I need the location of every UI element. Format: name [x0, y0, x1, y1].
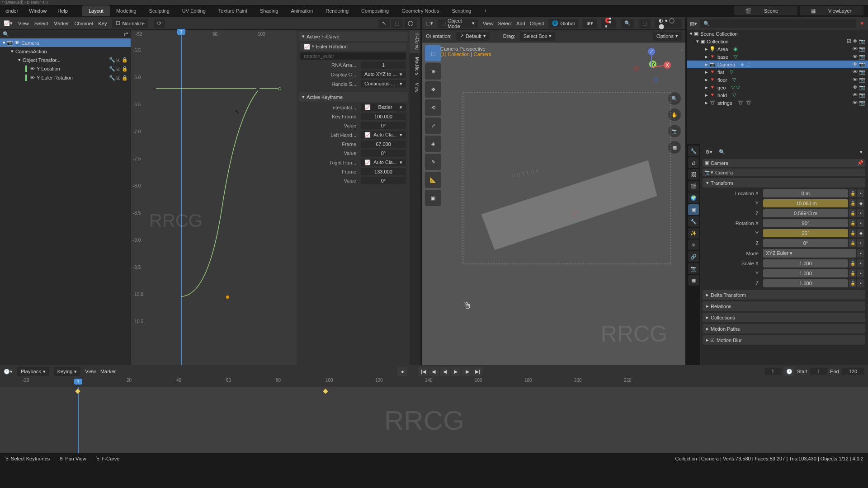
section-relations[interactable]: ▸ Relations — [703, 301, 865, 311]
ptab-object-icon[interactable]: ▣ — [688, 204, 699, 215]
playback-dropdown[interactable]: Playback ▾ — [17, 367, 49, 376]
lock-icon[interactable]: 🔓 — [849, 239, 856, 247]
pin-icon[interactable]: 📌 — [857, 160, 863, 166]
channel-camera[interactable]: ▾ 📷 👁 Camera — [0, 38, 131, 47]
outliner-item[interactable]: ▸ 🔻 flat▽👁 📷 — [687, 68, 868, 76]
vtab-view[interactable]: View — [410, 79, 420, 96]
tab-uv[interactable]: UV Editing — [176, 5, 212, 16]
keyframe-handle[interactable] — [153, 87, 156, 90]
rotx-value[interactable]: 90° — [763, 219, 848, 227]
anim-icon[interactable]: ◆ — [857, 229, 864, 237]
data-name[interactable]: Camera — [715, 170, 863, 175]
lock-icon[interactable]: 🔒 — [122, 75, 128, 81]
tab-compositing[interactable]: Compositing — [355, 5, 395, 16]
anim-icon[interactable]: • — [857, 239, 864, 247]
ptab-render-icon[interactable]: 🔧 — [688, 145, 699, 156]
annotate-tool-icon[interactable]: ✎ — [425, 154, 441, 170]
rna-value[interactable]: 1 — [361, 61, 406, 69]
nav-gizmo[interactable]: Z X -Y — [631, 47, 672, 88]
anim-icon[interactable]: • — [857, 269, 864, 277]
drag-dropdown[interactable]: Select Box ▾ — [520, 32, 556, 41]
search-input[interactable]: 🔍 — [621, 19, 634, 28]
interp-dropdown[interactable]: 📈 Bezier▾ — [361, 103, 406, 111]
editor-type-icon[interactable]: ▤▾ — [690, 21, 697, 27]
global-orient[interactable]: 🌐 Global — [548, 19, 578, 28]
channel-yloc[interactable]: 👁 Y Location🔧☑🔒 — [0, 64, 131, 73]
mode-dropdown[interactable]: XYZ Euler ▾ — [763, 249, 856, 258]
anim-icon[interactable]: • — [857, 209, 864, 217]
lock-icon[interactable]: 🔓 — [849, 219, 856, 227]
graph-key[interactable]: Key — [98, 21, 107, 26]
select-tool-icon[interactable]: ⬚ — [425, 45, 441, 61]
outliner-collection[interactable]: ▾ ▣ Collection☑ 👁 📷 — [687, 38, 868, 45]
anim-icon[interactable]: ◆ — [857, 199, 864, 207]
anim-icon[interactable]: • — [857, 259, 864, 267]
keying-dropdown[interactable]: Keying ▾ — [54, 367, 81, 376]
panel-active-keyframe[interactable]: ▾ Active Keyframe — [298, 92, 408, 102]
checkbox-icon[interactable]: ☑ — [116, 57, 121, 63]
shading-icons[interactable]: ◐ ● ◯ ⬤ — [655, 19, 682, 28]
anim-icon[interactable]: • — [857, 219, 864, 227]
options-dropdown[interactable]: Options ▾ — [653, 32, 682, 41]
cursor-tool-icon[interactable]: ↖ — [378, 19, 390, 28]
locx-value[interactable]: 0 m — [763, 189, 848, 197]
lock-icon[interactable]: 🔒 — [122, 57, 128, 63]
ptab-view-icon[interactable]: 🖼 — [688, 169, 699, 180]
graph-view[interactable]: View — [18, 21, 29, 26]
editor-type-icon[interactable]: ⬚▾ — [426, 20, 433, 26]
rotate-tool-icon[interactable]: ⟲ — [425, 99, 441, 116]
props-search[interactable]: 🔍 — [715, 147, 857, 156]
rh-dropdown[interactable]: 📈 Auto Cla...▾ — [361, 159, 406, 166]
filter-icon[interactable]: 🔻 — [859, 21, 865, 27]
timeline-playhead[interactable]: 1 — [78, 387, 79, 453]
menu-window[interactable]: Window — [24, 8, 52, 14]
lock-icon[interactable]: 🔓 — [849, 259, 856, 267]
ptab-physics-icon[interactable]: ⚛ — [688, 239, 699, 250]
outliner-item[interactable]: ▸ ➰ strings➰ ➰👁 📷 — [687, 99, 868, 107]
lock-icon[interactable]: 🔓 — [849, 279, 856, 287]
value-value[interactable]: 0° — [361, 122, 406, 129]
outliner-scene[interactable]: ▾ ▣ Scene Collection — [687, 30, 868, 38]
locz-value[interactable]: 0.59943 m — [763, 209, 848, 217]
scale-tool-icon[interactable]: ⤢ — [425, 117, 441, 134]
ptab-world-icon[interactable]: 🌍 — [688, 192, 699, 203]
editor-type-icon[interactable]: 📈▾ — [4, 20, 13, 26]
lock-icon[interactable]: 🔓 — [849, 269, 856, 277]
normalize-toggle[interactable]: ☐ Normalize — [112, 19, 148, 28]
sclz-value[interactable]: 1.000 — [763, 279, 848, 287]
lock-icon[interactable]: 🔓 — [849, 189, 856, 197]
snap-icon[interactable]: ⬚ — [391, 19, 403, 28]
checkbox-icon[interactable]: ☑ — [116, 66, 121, 72]
next-kf-icon[interactable]: |▶ — [462, 367, 472, 376]
editor-type-icon[interactable]: 🕐▾ — [4, 369, 13, 375]
object-name[interactable]: Camera — [711, 160, 855, 166]
locy-value[interactable]: -10.063 m — [763, 199, 848, 207]
scene-selector[interactable]: 🎬Scene — [734, 6, 797, 15]
channel-search-input[interactable] — [11, 32, 122, 37]
tab-add[interactable]: + — [477, 5, 493, 16]
rhval-value[interactable]: 0° — [361, 177, 406, 184]
lhframe-value[interactable]: 67.000 — [361, 141, 406, 148]
outliner-item[interactable]: ▸ 💡 Area◉👁 📷 — [687, 45, 868, 53]
rotz-value[interactable]: 0° — [763, 239, 848, 247]
menu-help[interactable]: Help — [52, 8, 73, 14]
graph-select[interactable]: Select — [34, 21, 48, 26]
tab-rendering[interactable]: Rendering — [319, 5, 355, 16]
filter-icon[interactable]: ⇄ — [124, 31, 128, 37]
orientation-dropdown[interactable]: ↗ Default ▾ — [456, 32, 490, 41]
outliner-item[interactable]: ▸ 🔻 base▽👁 📷 — [687, 53, 868, 61]
graph-marker[interactable]: Marker — [53, 21, 69, 26]
vp-select[interactable]: Select — [498, 21, 512, 26]
handles-dropdown[interactable]: Continuous ...▾ — [361, 80, 406, 88]
checkbox-icon[interactable]: ☑ — [116, 75, 121, 81]
prop-edit-icon[interactable]: ◯ — [404, 19, 417, 28]
displayc-dropdown[interactable]: Auto XYZ to ...▾ — [361, 70, 406, 78]
channel-yrot[interactable]: 👁 Y Euler Rotation🔧☑🔒 — [0, 73, 131, 82]
ptab-particle-icon[interactable]: ✨ — [688, 228, 699, 239]
play-icon[interactable]: ▶ — [451, 367, 461, 376]
start-frame[interactable]: 1 — [810, 368, 827, 375]
cursor-tool-icon[interactable]: ⊕ — [425, 63, 441, 80]
section-motionpaths[interactable]: ▸ Motion Paths — [703, 324, 865, 333]
keyframe-handle[interactable] — [226, 296, 229, 299]
keyframe-handle[interactable] — [256, 87, 259, 90]
